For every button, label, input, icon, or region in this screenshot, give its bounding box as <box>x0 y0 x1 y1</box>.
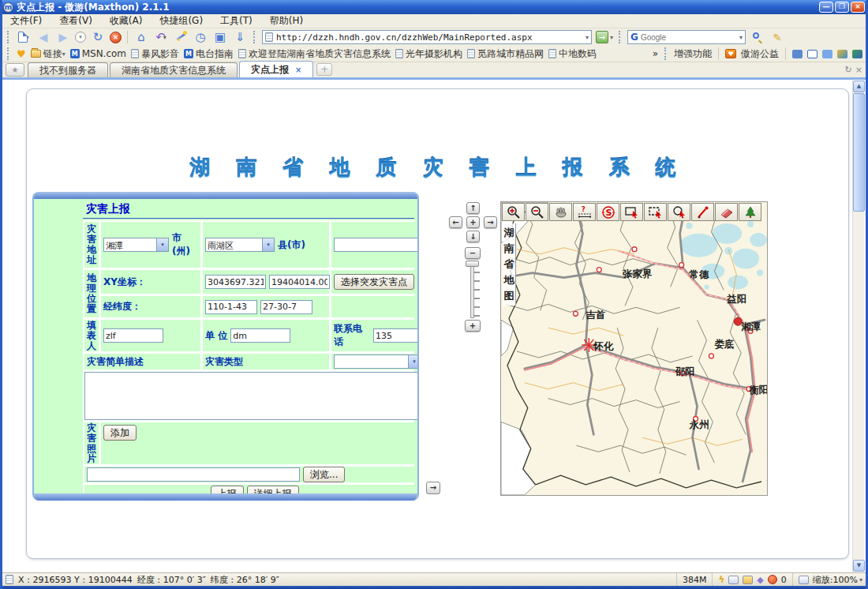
close-button[interactable]: × <box>851 2 865 13</box>
zoom-out-step-button[interactable]: − <box>465 247 481 259</box>
history-dropdown-button[interactable]: ▾ <box>75 32 86 43</box>
pan-right-button[interactable]: → <box>484 216 497 228</box>
menu-favorites[interactable]: 收藏(A) <box>110 14 143 28</box>
map-zoom-box-button[interactable] <box>620 203 643 221</box>
snapshot-button[interactable]: ▣ <box>212 30 228 44</box>
window-tool-icon[interactable] <box>807 50 817 58</box>
menu-groups[interactable]: 快捷组(G) <box>159 14 203 28</box>
menu-view[interactable]: 查看(V) <box>59 14 92 28</box>
phone-input[interactable] <box>373 328 419 343</box>
vertical-scrollbar[interactable]: ▲ ▼ <box>852 81 864 572</box>
bookmarks-overflow-button[interactable]: » <box>653 48 658 59</box>
maxthon-charity-label[interactable]: 傲游公益 <box>741 47 779 61</box>
tab-list-close-icon[interactable]: × <box>855 65 862 75</box>
ad-blocker-icon[interactable] <box>768 575 777 584</box>
scrollbar-thumb[interactable] <box>853 93 865 212</box>
pan-up-button[interactable]: ↑ <box>466 202 480 214</box>
enhance-features-button[interactable]: 增强功能 <box>674 47 712 61</box>
map-select-circle-button[interactable] <box>668 203 690 221</box>
filler-name-input[interactable] <box>103 328 163 343</box>
photo-file-input[interactable] <box>87 467 300 482</box>
search-input[interactable] <box>641 33 739 42</box>
address-bar[interactable]: ▾ <box>262 30 592 44</box>
disaster-type-select[interactable]: ▾ <box>334 355 419 369</box>
maximize-button[interactable]: ❐ <box>835 2 849 13</box>
plugin-tool-icon[interactable] <box>837 50 847 58</box>
boost-icon[interactable]: ϟ <box>718 574 724 585</box>
x-coordinate-input[interactable] <box>205 275 266 289</box>
undo-button[interactable]: ↶▾ <box>153 30 169 44</box>
menu-help[interactable]: 帮助(H) <box>270 14 303 28</box>
map-image[interactable]: 张家界 常德 益阳 吉首 怀化 娄底 邵阳 衡阳 永州 湘潭 <box>501 202 767 495</box>
back-button[interactable]: ◀ <box>36 30 51 44</box>
tab-hunan-geo-system[interactable]: 湖南省地质灾害信息系统 <box>110 62 238 77</box>
tab-server-not-found[interactable]: 找不到服务器 <box>28 62 108 77</box>
folder-status-icon[interactable] <box>743 576 753 584</box>
pan-down-button[interactable]: ↓ <box>466 231 480 242</box>
go-dropdown-icon[interactable]: ▾ <box>610 34 613 41</box>
tab-disaster-report[interactable]: 灾点上报× <box>239 61 313 77</box>
tab-list-refresh-icon[interactable]: ↻ <box>845 65 852 75</box>
go-button[interactable]: → <box>596 31 608 43</box>
favorites-heart-icon[interactable]: ♥ <box>17 48 26 60</box>
scroll-down-button[interactable]: ▼ <box>853 560 865 572</box>
favorites-tab-button[interactable]: ★ <box>6 63 24 77</box>
pick-disaster-point-button[interactable]: 选择突发灾害点 <box>334 274 414 290</box>
zoom-dropdown-icon[interactable]: ▾ <box>859 576 862 583</box>
stop-button[interactable]: × <box>110 32 122 43</box>
highlight-button[interactable]: ✎ <box>769 30 785 44</box>
links-folder[interactable]: 链接▾ <box>31 47 65 61</box>
pan-center-button[interactable]: + <box>466 216 480 228</box>
address-input[interactable] <box>276 32 585 43</box>
county-select[interactable]: 雨湖区▾ <box>205 238 275 252</box>
address-detail-input[interactable] <box>334 238 419 252</box>
bookmark-radio-guide[interactable]: M电台指南 <box>184 47 234 61</box>
notes-tool-icon[interactable] <box>822 50 832 58</box>
search-engine-dropdown-icon[interactable]: ▾ <box>739 34 743 41</box>
maxthon-charity-icon[interactable]: ♥ <box>725 49 736 58</box>
menu-file[interactable]: 文件(F) <box>10 14 42 28</box>
map-full-extent-button[interactable] <box>739 203 761 221</box>
map-viewport[interactable]: ? S 湖南省地图 <box>500 201 768 496</box>
zoom-slider-handle[interactable] <box>466 261 479 267</box>
map-measure-distance-button[interactable]: ? <box>573 203 596 221</box>
forward-button[interactable]: ▶ <box>55 30 71 44</box>
search-box[interactable]: G ▾ <box>627 30 746 44</box>
city-select[interactable]: 湘潭▾ <box>103 238 169 252</box>
filter-icon[interactable]: ◆ <box>757 575 763 585</box>
bookmark-msn[interactable]: MMSN.com <box>70 48 126 59</box>
description-textarea[interactable] <box>84 372 419 420</box>
zoom-level[interactable]: 缩放:100% <box>813 574 858 586</box>
pan-left-button[interactable]: ← <box>449 216 462 228</box>
popup-blocker-icon[interactable] <box>728 576 739 584</box>
home-button[interactable]: ⌂ <box>133 30 149 44</box>
latitude-input[interactable] <box>260 300 312 314</box>
search-button[interactable] <box>750 30 765 44</box>
bookmark-zhongdi-digital[interactable]: 中地数码 <box>548 47 597 61</box>
unit-input[interactable] <box>230 328 290 343</box>
resize-page-icon[interactable] <box>799 576 809 584</box>
remote-sync-icon[interactable] <box>792 50 803 58</box>
add-photo-button[interactable]: 添加 <box>103 425 137 441</box>
download-button[interactable]: ⇓ <box>232 30 248 44</box>
bookmark-milu-city[interactable]: 觅路城市精品网 <box>467 47 544 61</box>
browse-button[interactable]: 浏览... <box>303 467 345 482</box>
history-button[interactable]: ◷ <box>193 30 208 44</box>
map-select-box-button[interactable] <box>644 203 667 221</box>
longitude-input[interactable] <box>205 300 257 314</box>
map-add-point-button[interactable] <box>691 203 714 221</box>
y-coordinate-input[interactable] <box>269 275 330 289</box>
tab-close-icon[interactable]: × <box>295 66 301 74</box>
map-zoom-in-button[interactable] <box>502 203 525 221</box>
map-zoom-out-button[interactable] <box>526 203 548 221</box>
panel-collapse-button[interactable]: → <box>426 482 440 494</box>
bookmark-lightyear-photo[interactable]: 光年摄影机构 <box>395 47 462 61</box>
map-measure-area-button[interactable]: S <box>597 203 619 221</box>
refresh-button[interactable]: ↻ <box>90 30 106 44</box>
minimize-button[interactable]: — <box>819 2 833 13</box>
bookmark-storm-player[interactable]: 暴风影音 <box>131 47 179 61</box>
new-tab-button[interactable]: ▾ <box>16 30 32 44</box>
magic-fill-button[interactable] <box>173 30 189 44</box>
new-tab-plus-button[interactable]: + <box>316 63 332 76</box>
skin-tool-icon[interactable] <box>852 50 862 58</box>
